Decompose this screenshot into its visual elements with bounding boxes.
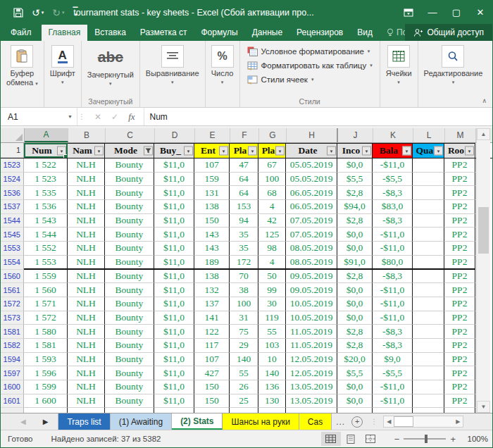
cell[interactable]: NLH <box>68 353 105 367</box>
customize-qat-button[interactable]: ▔▾ <box>70 9 81 16</box>
cell[interactable]: 67 <box>258 158 286 173</box>
cell[interactable] <box>373 408 413 413</box>
cell[interactable]: 06.05.2019 <box>286 186 337 200</box>
cell[interactable] <box>413 158 444 173</box>
cell[interactable] <box>413 186 444 200</box>
cell[interactable]: PP2 <box>444 186 475 200</box>
page-break-view-button[interactable] <box>361 432 380 446</box>
cell[interactable] <box>413 214 444 228</box>
tab-file[interactable]: Файл <box>1 25 42 41</box>
cell[interactable]: 10 <box>258 353 286 367</box>
cell[interactable] <box>68 408 105 413</box>
cell[interactable]: 12.05.2019 <box>286 366 337 380</box>
conditional-formatting-button[interactable]: Условное форматирование▾ <box>247 44 370 58</box>
cell[interactable]: $11,0 <box>154 394 194 409</box>
cell[interactable]: 1 599 <box>24 380 68 394</box>
cell[interactable]: NLH <box>68 270 105 284</box>
cell[interactable]: 136 <box>258 380 286 394</box>
cell[interactable]: NLH <box>68 366 105 380</box>
filter-dropdown-icon[interactable]: ▼ <box>248 147 257 156</box>
filter-dropdown-icon[interactable]: ▼ <box>275 147 285 156</box>
cell[interactable]: 75 <box>230 325 258 339</box>
column-letter-D[interactable]: D <box>155 128 195 142</box>
sheet-tab-шансы-на-руки[interactable]: Шансы на руки <box>223 413 299 430</box>
cell[interactable]: 138 <box>194 200 230 214</box>
cell[interactable] <box>105 408 154 413</box>
cell[interactable]: 12.05.2019 <box>286 353 337 367</box>
cell[interactable]: $5,5 <box>337 366 373 380</box>
cell[interactable]: 35 <box>230 228 258 242</box>
cell[interactable]: 1 559 <box>24 270 68 284</box>
cell[interactable]: 1 523 <box>24 173 68 187</box>
cell[interactable]: 42 <box>258 214 286 228</box>
cell[interactable]: 26 <box>230 380 258 394</box>
header-cell-qua[interactable]: Qua▼ <box>413 143 444 158</box>
cancel-entry-icon[interactable]: ✕ <box>94 112 101 122</box>
cell[interactable]: PP2 <box>444 297 475 311</box>
cell[interactable]: 1 596 <box>24 366 68 380</box>
cell[interactable]: 1 544 <box>24 228 68 242</box>
redo-button[interactable]: ↻▾ <box>49 7 67 18</box>
cells-group[interactable]: Ячейки ▾ <box>380 41 418 107</box>
zoom-level[interactable]: 100% <box>460 435 488 443</box>
cell[interactable]: NLH <box>68 158 105 173</box>
cell[interactable]: $0,0 <box>337 380 373 394</box>
cell[interactable]: 05.05.2019 <box>286 158 337 173</box>
cell[interactable]: 11.05.2019 <box>286 339 337 353</box>
sheet-tab-cas[interactable]: Cas <box>299 413 332 430</box>
cell[interactable]: $11,0 <box>154 366 194 380</box>
cell[interactable]: $0,0 <box>337 311 373 325</box>
cell[interactable]: Bounty <box>105 270 154 284</box>
name-box-dropdown-icon[interactable]: ▼ <box>68 114 73 119</box>
row-number[interactable]: 1594 <box>1 353 24 367</box>
tab-formulas[interactable]: Формулы <box>194 25 245 41</box>
cell[interactable]: $0,0 <box>337 297 373 311</box>
cell[interactable]: -$11,0 <box>373 242 413 256</box>
cell[interactable]: 06.05.2019 <box>286 200 337 214</box>
horizontal-scroll-thumb[interactable] <box>394 416 413 427</box>
cell[interactable] <box>413 173 444 187</box>
column-letter-A[interactable]: A <box>25 128 68 142</box>
cell[interactable]: 10.05.2019 <box>286 297 337 311</box>
cell[interactable]: PP2 <box>444 173 475 187</box>
cell[interactable]: 138 <box>194 270 230 284</box>
cell[interactable]: $11,0 <box>154 283 194 297</box>
header-cell-pla[interactable]: Pla▼ <box>230 143 258 158</box>
cell[interactable]: 131 <box>194 186 230 200</box>
select-all-corner[interactable] <box>1 128 25 142</box>
cell[interactable]: 141 <box>194 311 230 325</box>
cell[interactable]: -$11,0 <box>373 311 413 325</box>
cell[interactable]: 122 <box>194 325 230 339</box>
cell[interactable]: NLH <box>68 283 105 297</box>
cell[interactable]: Bounty <box>105 228 154 242</box>
cell[interactable] <box>413 242 444 256</box>
header-cell-date[interactable]: Date▼ <box>286 143 337 158</box>
header-cell-bala[interactable]: Bala▼ <box>373 143 413 158</box>
row-number[interactable]: 1572 <box>1 297 24 311</box>
header-cell-num[interactable]: Num▼ <box>24 143 68 158</box>
cell[interactable] <box>337 408 373 413</box>
column-letter-B[interactable]: B <box>68 128 106 142</box>
format-as-table-button[interactable]: Форматировать как таблицу▾ <box>247 58 373 73</box>
row-number[interactable]: 1554 <box>1 256 24 270</box>
cell[interactable]: 10.05.2019 <box>286 311 337 325</box>
normal-view-button[interactable] <box>321 432 341 446</box>
row-number[interactable]: 1544 <box>1 214 24 228</box>
cell[interactable]: $2,8 <box>337 270 373 284</box>
header-cell-nam[interactable]: Nam▼ <box>68 143 105 158</box>
cell[interactable]: 1 553 <box>24 256 68 270</box>
row-number[interactable]: 1597 <box>1 366 24 380</box>
cell[interactable]: 143 <box>194 242 230 256</box>
cell[interactable]: 100 <box>230 297 258 311</box>
cell[interactable] <box>413 311 444 325</box>
filter-dropdown-icon[interactable]: ▼ <box>465 147 474 156</box>
cell[interactable]: Bounty <box>105 158 154 173</box>
cell[interactable] <box>413 297 444 311</box>
cell[interactable]: 189 <box>194 256 230 270</box>
strikethrough-group[interactable]: abc Зачеркнутый ▾ Зачеркнутый <box>82 41 140 107</box>
row-number[interactable]: 1536 <box>1 186 24 200</box>
cell[interactable]: -$11,0 <box>373 394 413 409</box>
cell[interactable]: 150 <box>194 380 230 394</box>
cell[interactable]: 1 571 <box>24 297 68 311</box>
zoom-slider-thumb[interactable] <box>425 435 428 443</box>
